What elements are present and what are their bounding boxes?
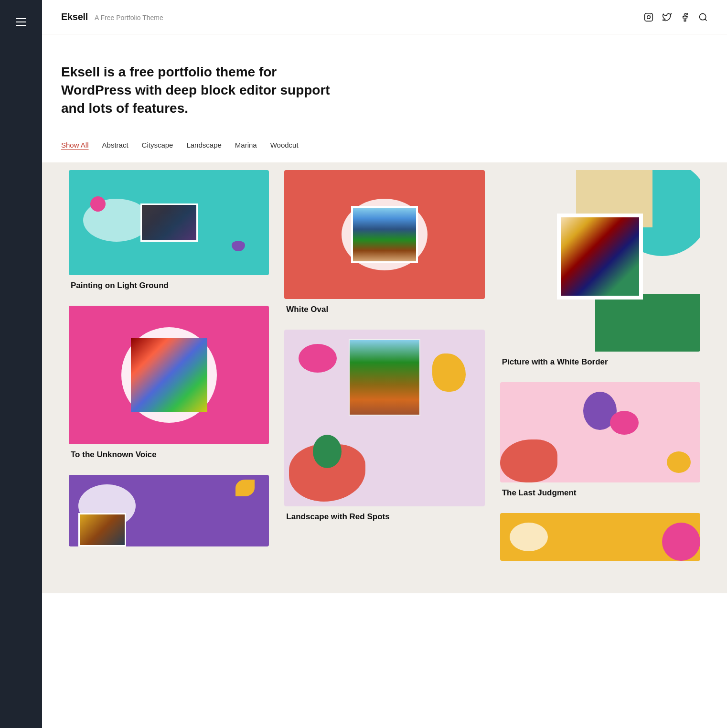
artwork-thumbnail: [69, 306, 269, 444]
artwork-image: [131, 338, 207, 412]
artwork-title: Picture with a White Border: [500, 357, 700, 367]
portfolio-col-2: White Oval Landscape with Red Spots: [277, 162, 492, 574]
artwork-thumbnail: [500, 382, 700, 482]
hero-section: Eksell is a free portfolio theme for Wor…: [42, 34, 727, 131]
artwork-thumbnail: [69, 170, 269, 275]
filter-landscape[interactable]: Landscape: [186, 141, 221, 149]
twitter-icon[interactable]: [662, 12, 672, 22]
filter-nav: Show All Abstract Cityscape Landscape Ma…: [42, 131, 727, 162]
decorative-blob: [90, 196, 106, 212]
artwork-image: [78, 513, 126, 546]
svg-line-4: [705, 19, 707, 21]
sidebar: [0, 0, 42, 728]
list-item[interactable]: [492, 505, 708, 574]
list-item[interactable]: Landscape with Red Spots: [277, 322, 492, 529]
main-content: Eksell A Free Portfolio Theme: [42, 0, 727, 728]
filter-woodcut[interactable]: Woodcut: [270, 141, 299, 149]
artwork-title: Landscape with Red Spots: [284, 512, 484, 522]
filter-cityscape[interactable]: Cityscape: [142, 141, 173, 149]
svg-point-1: [647, 15, 651, 19]
decorative-blob: [610, 411, 639, 435]
portfolio-col-1: Painting on Light Ground To the Unknown …: [61, 162, 277, 574]
artwork-title: To the Unknown Voice: [69, 450, 269, 460]
decorative-blob: [510, 523, 548, 551]
list-item[interactable]: [61, 467, 277, 560]
decorative-blob: [299, 344, 337, 373]
filter-abstract[interactable]: Abstract: [102, 141, 128, 149]
artwork-thumbnail: [500, 513, 700, 561]
artwork-image: [351, 206, 418, 263]
site-tagline: A Free Portfolio Theme: [95, 14, 163, 21]
artwork-thumbnail: [500, 170, 700, 352]
svg-point-3: [700, 13, 706, 20]
svg-point-2: [651, 14, 652, 15]
portfolio-col-3: Picture with a White Border The Last Jud…: [492, 162, 708, 574]
decorative-blob: [595, 294, 700, 352]
list-item[interactable]: The Last Judgment: [492, 375, 708, 505]
artwork-thumbnail: [284, 330, 484, 506]
artwork-thumbnail: [284, 170, 484, 299]
artwork-title: White Oval: [284, 305, 484, 314]
list-item[interactable]: Picture with a White Border: [492, 162, 708, 375]
menu-button[interactable]: [13, 15, 29, 29]
decorative-blob: [235, 480, 255, 496]
svg-rect-0: [645, 13, 653, 21]
facebook-icon[interactable]: [680, 12, 690, 22]
site-name: Eksell: [61, 11, 88, 22]
artwork-image: [557, 214, 643, 300]
decorative-blob: [662, 523, 700, 561]
instagram-icon[interactable]: [644, 12, 653, 22]
filter-marina[interactable]: Marina: [235, 141, 257, 149]
hero-title: Eksell is a free portfolio theme for Wor…: [61, 63, 338, 117]
artwork-thumbnail: [69, 475, 269, 546]
decorative-blob: [667, 451, 691, 473]
decorative-blob: [432, 353, 466, 392]
search-icon[interactable]: [698, 12, 708, 22]
header-icons: [644, 12, 708, 22]
filter-show-all[interactable]: Show All: [61, 141, 89, 149]
list-item[interactable]: White Oval: [277, 162, 492, 322]
artwork-title: The Last Judgment: [500, 488, 700, 498]
portfolio-grid: Painting on Light Ground To the Unknown …: [42, 162, 727, 593]
artwork-image: [349, 339, 420, 416]
header-left: Eksell A Free Portfolio Theme: [61, 11, 163, 22]
decorative-blob: [500, 439, 557, 482]
list-item[interactable]: To the Unknown Voice: [61, 298, 277, 467]
artwork-image: [140, 203, 198, 242]
list-item[interactable]: Painting on Light Ground: [61, 162, 277, 298]
artwork-title: Painting on Light Ground: [69, 281, 269, 290]
header: Eksell A Free Portfolio Theme: [42, 0, 727, 34]
decorative-blob: [232, 241, 245, 251]
